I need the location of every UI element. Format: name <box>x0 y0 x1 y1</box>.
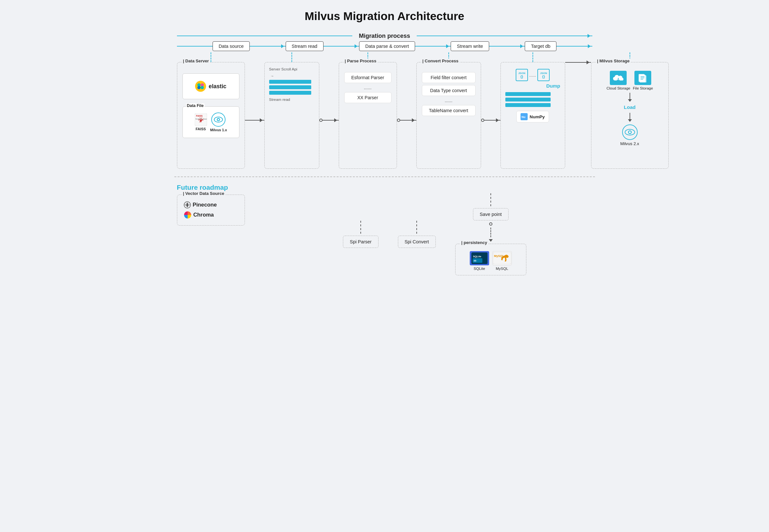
pipeline-seg-2 <box>324 46 359 47</box>
save-point-dot <box>489 222 492 226</box>
connector-convert-sw <box>481 72 500 169</box>
targetdb-arrow-down-2 <box>628 119 632 122</box>
targetdb-v-line-2 <box>630 113 630 119</box>
pipeline-seg-1 <box>250 46 285 47</box>
spi-convert-box: Spi Convert <box>398 236 436 248</box>
main-columns: Data Server elastic <box>174 52 595 169</box>
parse-box: Parse Process Esformat Parser ...... XX … <box>339 62 397 169</box>
col-parse: Parse Process Esformat Parser ...... XX … <box>339 52 397 169</box>
wire-dot-sr <box>319 119 323 122</box>
faiss-icon: FAISS Scalable Search <box>195 113 207 126</box>
file-storage-item: File Storage <box>633 71 653 90</box>
scroll-api-text: Server Scroll Api <box>269 67 316 71</box>
milvus1-logo: Milvus 1.x <box>210 112 227 132</box>
datasource-box-label: Data Server <box>182 59 210 63</box>
future-left-col: Future roadmap Vector Data Source Pineco… <box>177 184 245 226</box>
datatype-convert-label: Data Type convert <box>430 88 467 93</box>
tablename-convert-label: TableName convert <box>429 108 468 113</box>
pipeline-step-targetdb: Target db <box>525 41 556 51</box>
streamwrite-box: JSON {} ...... JSON {} Dump <box>500 62 565 169</box>
svg-point-0 <box>195 81 206 92</box>
convert-dots: ...... <box>422 98 475 103</box>
targetdb-v-connector-2 <box>595 113 665 122</box>
cloud-storage-item: Cloud Storage <box>607 71 631 90</box>
chroma-label: Chroma <box>194 212 214 218</box>
col-streamwrite: JSON {} ...... JSON {} Dump <box>500 52 565 169</box>
json-dots: ...... <box>529 73 536 78</box>
esformat-parser-label: Esformat Parser <box>351 75 384 80</box>
save-point-box: Save point <box>473 208 508 220</box>
file-logos-area: FAISS Scalable Search <box>187 110 235 134</box>
streamwrite-data-bars <box>505 92 560 107</box>
sqlite-svg: SQLite db <box>471 252 487 264</box>
pinecone-label: Pinecone <box>193 202 217 208</box>
sqlite-icon: SQLite db <box>470 251 489 265</box>
numpy-label: NumPy <box>529 114 545 119</box>
connector-arrow-parse-convert <box>412 118 417 122</box>
cloud-icon-svg <box>613 73 624 82</box>
connector-ds-sr <box>245 72 264 169</box>
connector-line-ds-sr <box>245 120 264 121</box>
targetdb-v-line-1 <box>630 93 630 99</box>
milvus2-icon-box <box>622 124 638 140</box>
milvus1-icon <box>211 112 226 127</box>
spi-convert-col: Spi Convert <box>398 221 436 248</box>
chroma-icon <box>184 211 191 219</box>
col-streamread: Server Scroll Api → Stream read <box>264 52 319 169</box>
parse-dots: ...... <box>344 85 391 90</box>
connector-arrow-ds-sr <box>260 118 265 122</box>
svg-point-4 <box>201 86 204 89</box>
streamread-box: Server Scroll Api → Stream read <box>264 62 319 169</box>
datafile-box: Data File FAISS Scalable Search <box>182 106 240 138</box>
xx-parser-box: XX Parser <box>344 92 391 103</box>
load-label: Load <box>624 104 636 110</box>
persistency-box: persistency SQLite db <box>455 244 526 275</box>
spi-convert-label: Spi Convert <box>405 239 429 244</box>
elastic-label: elastic <box>209 83 227 90</box>
datafile-label: Data File <box>186 103 205 108</box>
targetdb-v-connector <box>595 93 665 102</box>
future-roadmap-section: Future roadmap Vector Data Source Pineco… <box>174 176 595 275</box>
tablename-convert-box: TableName convert <box>422 105 475 116</box>
spi-row: Spi Parser Spi Convert Sav <box>277 193 593 275</box>
page-title: Milvus Migration Architecture <box>174 10 595 23</box>
datasource-v-line <box>211 52 211 62</box>
pipeline-seg-3 <box>415 46 451 47</box>
future-middle-area: Spi Parser Spi Convert Sav <box>245 184 593 275</box>
pipeline-seg-4 <box>489 46 525 47</box>
cloud-storage-icon-box <box>610 71 627 85</box>
future-title: Future roadmap <box>177 184 245 191</box>
persistency-label: persistency <box>460 240 488 245</box>
sw-bar-1 <box>505 92 550 96</box>
dump-label: Dump <box>546 83 560 89</box>
connector-line-parse-convert <box>400 120 416 121</box>
dump-label-area: Dump <box>504 83 561 89</box>
svg-text:db: db <box>474 260 476 262</box>
connector-parse-convert <box>397 72 416 169</box>
mysql-label: MySQL <box>496 267 508 271</box>
mysql-item: MySQL MySQL <box>492 251 512 271</box>
pipeline-seg-5 <box>556 46 592 47</box>
streamwrite-v-line <box>532 52 533 62</box>
col-datasource: Data Server elastic <box>177 52 245 169</box>
targetdb-box: Milvus Storage Cloud Storage <box>591 62 669 169</box>
xx-parser-label: XX Parser <box>357 95 378 100</box>
svg-text:Nu: Nu <box>521 115 525 119</box>
storage-icons-row: Cloud Storage <box>595 71 665 90</box>
datatype-convert-box: Data Type convert <box>422 85 475 96</box>
sqlite-item: SQLite db SQLite <box>470 251 489 271</box>
connector-line-convert-sw <box>484 120 500 121</box>
svg-text:SQLite: SQLite <box>473 255 481 258</box>
faiss-label: FAISS <box>196 127 206 131</box>
pinecone-icon <box>184 201 191 208</box>
elastic-logo-area: elastic <box>187 77 235 96</box>
numpy-badge: Nu NumPy <box>516 111 549 122</box>
milvus1-eye-svg <box>214 116 223 123</box>
pipeline-step-streamwrite: Stream write <box>451 41 489 51</box>
file-storage-label: File Storage <box>633 86 653 90</box>
svg-rect-22 <box>640 75 646 82</box>
milvus2-label: Milvus 2.x <box>620 141 639 146</box>
pinecone-logo: Pinecone <box>184 201 238 208</box>
spi-parser-col: Spi Parser <box>343 221 378 248</box>
milvus2-item: Milvus 2.x <box>595 124 665 146</box>
